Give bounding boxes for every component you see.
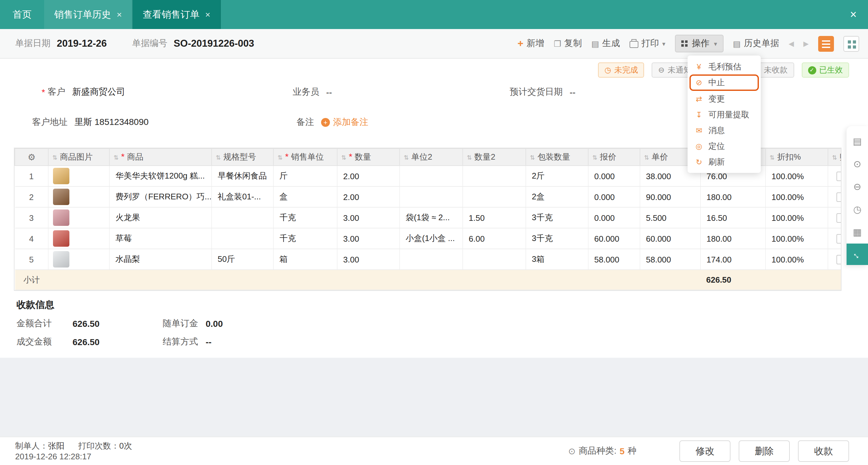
table-settings-gear-icon[interactable]: ⚙ bbox=[15, 149, 48, 166]
tab-view-sales-order[interactable]: 查看销售订单× bbox=[132, 0, 221, 29]
cell-quote: 0.000 bbox=[588, 186, 640, 207]
sort-icon: ⇅ bbox=[114, 154, 119, 161]
column-header-报价[interactable]: ⇅报价 bbox=[588, 149, 640, 166]
print-count-field: 打印次数：0次 bbox=[78, 440, 132, 451]
gift-checkbox[interactable] bbox=[836, 234, 841, 244]
message-icon: ✉ bbox=[694, 126, 703, 135]
list-view-toggle[interactable] bbox=[818, 36, 834, 52]
created-time: 2019-12-26 12:28:17 bbox=[15, 451, 132, 462]
menu-item-locate[interactable]: ◎定位 bbox=[688, 138, 761, 154]
grid-squares-icon bbox=[848, 40, 851, 43]
menu-item-message[interactable]: ✉消息 bbox=[688, 122, 761, 138]
tab-sales-order-history[interactable]: 销售订单历史× bbox=[44, 0, 132, 29]
salesman-label: 业务员 bbox=[293, 87, 319, 98]
column-header-label: 包装数量 bbox=[537, 152, 570, 161]
modify-button[interactable]: 修改 bbox=[679, 440, 731, 462]
close-tab-icon[interactable]: × bbox=[205, 9, 210, 20]
add-remark-link[interactable]: + 添加备注 bbox=[321, 117, 368, 128]
linked-doc-icon[interactable]: ▤ bbox=[846, 130, 868, 153]
operate-button[interactable]: 操作 ▾ bbox=[675, 35, 723, 52]
table-row[interactable]: 5水晶梨50斤箱3.003箱58.00058.000174.00100.00% bbox=[15, 249, 841, 270]
menu-item-label: 定位 bbox=[708, 141, 725, 152]
subtotal-cell bbox=[337, 270, 400, 290]
column-header-商品图片[interactable]: ⇅商品图片 bbox=[48, 149, 110, 166]
column-header-商品[interactable]: ⇅*商品 bbox=[110, 149, 212, 166]
menu-item-change[interactable]: ⇄变更 bbox=[688, 91, 761, 106]
column-header-包装数量[interactable]: ⇅包装数量 bbox=[526, 149, 588, 166]
subtotal-cell bbox=[588, 270, 640, 290]
creator-value: 张阳 bbox=[48, 441, 64, 451]
menu-item-gross-profit-estimate[interactable]: ¥毛利预估 bbox=[688, 59, 761, 74]
close-tab-icon[interactable]: × bbox=[117, 9, 122, 20]
apps-icon[interactable]: ▦ bbox=[846, 221, 868, 244]
cell-package-qty: 3千克 bbox=[526, 228, 588, 249]
cell-qty: 3.00 bbox=[337, 249, 400, 270]
share-icon[interactable]: ⊙ bbox=[846, 153, 868, 176]
prev-doc-arrow[interactable]: ◀ bbox=[788, 39, 794, 48]
gift-checkbox[interactable] bbox=[836, 255, 841, 265]
cell-qty2 bbox=[463, 166, 526, 186]
column-header-规格型号[interactable]: ⇅规格型号 bbox=[212, 149, 274, 166]
cell-sales-unit: 千克 bbox=[274, 228, 337, 249]
cell-gift bbox=[828, 249, 841, 270]
delete-button[interactable]: 删除 bbox=[739, 440, 790, 462]
expand-panel-button[interactable]: ↔ bbox=[846, 244, 868, 265]
receive-payment-button[interactable]: 收款 bbox=[798, 440, 849, 462]
cell-row-number: 5 bbox=[15, 249, 48, 270]
creator-field: 制单人：张阳 bbox=[15, 440, 64, 451]
cell-spec: 礼盒装01-... bbox=[212, 186, 274, 207]
cell-amount: 16.50 bbox=[701, 207, 766, 228]
menu-item-refresh[interactable]: ↻刷新 bbox=[688, 154, 761, 170]
table-row[interactable]: 3火龙果千克3.00袋(1袋 ≈ 2...1.503千克0.0005.50016… bbox=[15, 207, 841, 228]
add-button[interactable]: + 新增 bbox=[518, 38, 545, 49]
subtotal-cell bbox=[640, 270, 701, 290]
column-header-赠[interactable]: ⇅赠 bbox=[828, 149, 841, 166]
copy-button[interactable]: ❐ 复制 bbox=[554, 38, 582, 49]
tab-home[interactable]: 首页 bbox=[0, 0, 44, 29]
generate-button[interactable]: ▤ 生成 bbox=[591, 38, 620, 49]
add-circle-icon: + bbox=[321, 118, 330, 127]
gift-checkbox[interactable] bbox=[836, 192, 841, 202]
payment-icon[interactable]: ⊖ bbox=[846, 176, 868, 198]
cell-qty2 bbox=[463, 186, 526, 207]
table-row[interactable]: 2费列罗（FERRERO）巧...礼盒装01-...盒2.002盒0.00090… bbox=[15, 186, 841, 207]
generate-button-label: 生成 bbox=[602, 38, 620, 49]
column-header-销售单位[interactable]: ⇅*销售单位 bbox=[274, 149, 337, 166]
menu-item-available-quantity-extract[interactable]: ↧可用量提取 bbox=[688, 106, 761, 122]
salesman-field: 业务员 -- bbox=[293, 87, 332, 98]
gift-checkbox[interactable] bbox=[836, 172, 841, 181]
table-row[interactable]: 4草莓千克3.00小盒(1小盒 ...6.003千克60.00060.00018… bbox=[15, 228, 841, 249]
column-header-数量[interactable]: ⇅*数量 bbox=[337, 149, 400, 166]
cell-qty: 2.00 bbox=[337, 166, 400, 186]
menu-item-abort[interactable]: ⊘中止 bbox=[689, 74, 759, 91]
category-label: 商品种类: bbox=[579, 445, 617, 457]
side-tool-icons: ▤⊙⊖◷▦ bbox=[846, 130, 868, 244]
cell-unit2 bbox=[400, 166, 463, 186]
gift-checkbox[interactable] bbox=[836, 213, 841, 223]
cell-amount: 180.00 bbox=[701, 228, 766, 249]
product-thumbnail bbox=[53, 210, 69, 226]
cell-product-name: 费列罗（FERRERO）巧... bbox=[110, 186, 212, 207]
column-header-数量2[interactable]: ⇅数量2 bbox=[463, 149, 526, 166]
menu-item-label: 中止 bbox=[708, 77, 725, 88]
print-button[interactable]: 打印 ▾ bbox=[629, 38, 665, 49]
status-badge-label: 已生效 bbox=[819, 65, 843, 75]
column-header-label: 数量2 bbox=[474, 152, 495, 161]
history-docs-button[interactable]: ▤ 历史单据 bbox=[733, 38, 779, 49]
history-clock-icon[interactable]: ◷ bbox=[846, 198, 868, 221]
product-thumbnail bbox=[53, 230, 69, 247]
column-header-label: 单位2 bbox=[411, 152, 432, 161]
settlement-value: -- bbox=[206, 337, 212, 347]
column-header-折扣%[interactable]: ⇅折扣% bbox=[766, 149, 828, 166]
close-window-icon[interactable]: × bbox=[839, 0, 868, 29]
print-button-label: 打印 bbox=[641, 38, 659, 49]
cell-row-number: 4 bbox=[15, 228, 48, 249]
sort-icon: ⇅ bbox=[404, 154, 409, 161]
column-header-label: 商品 bbox=[127, 152, 144, 161]
column-header-label: 商品图片 bbox=[60, 152, 93, 161]
doc-no-field: 单据编号 SO-20191226-003 bbox=[132, 38, 254, 49]
column-header-单位2[interactable]: ⇅单位2 bbox=[400, 149, 463, 166]
required-asterisk: * bbox=[349, 151, 352, 161]
grid-view-toggle[interactable] bbox=[843, 36, 859, 52]
next-doc-arrow[interactable]: ▶ bbox=[803, 39, 809, 48]
